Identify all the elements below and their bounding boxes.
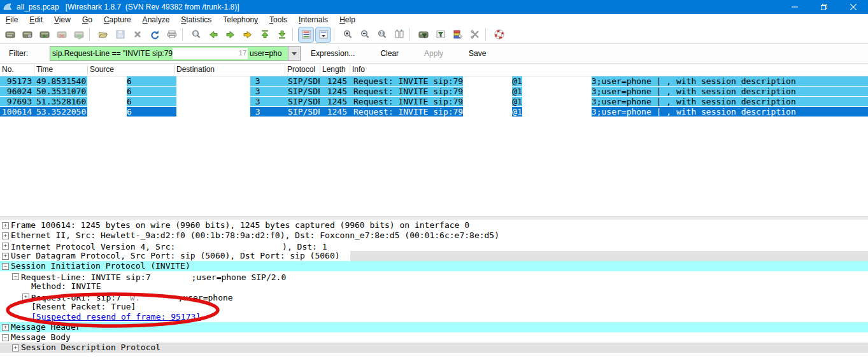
detail-row[interactable]: +Request-URI: sip:7w.;user=phone — [0, 292, 868, 302]
column-header-protocol[interactable]: Protocol — [287, 65, 315, 74]
filter-input[interactable]: sip.Request-Line == "INVITE sip:79 17 us… — [50, 46, 301, 61]
display-filter-icon[interactable] — [433, 27, 448, 42]
resize-columns-icon[interactable] — [392, 27, 406, 42]
close-icon[interactable] — [839, 0, 868, 14]
menu-item-capture[interactable]: Capture — [98, 14, 137, 25]
menu-item-go[interactable]: Go — [76, 14, 98, 25]
detail-row[interactable]: −Message Body — [0, 332, 868, 343]
capture-filter-icon[interactable] — [416, 27, 430, 42]
column-separator[interactable] — [174, 65, 175, 74]
minimize-button[interactable] — [780, 0, 809, 14]
reload-icon[interactable] — [147, 27, 162, 42]
detail-row[interactable]: +Frame 100614: 1245 bytes on wire (9960 … — [0, 220, 868, 230]
detail-row[interactable]: −Request-Line: INVITE sip:7;user=phone S… — [0, 271, 868, 281]
close-file-icon[interactable] — [130, 27, 145, 42]
detail-text: [Resent Packet: True] — [31, 302, 136, 312]
expression-button[interactable]: Expression... — [311, 49, 355, 58]
preferences-icon[interactable] — [467, 27, 482, 42]
redaction-gap — [180, 241, 282, 250]
expand-icon[interactable]: + — [2, 253, 9, 260]
coloring-rules-icon[interactable] — [450, 27, 465, 42]
go-forward-icon[interactable] — [223, 27, 238, 42]
find-icon[interactable] — [189, 27, 203, 42]
menu-item-internals[interactable]: Internals — [293, 14, 334, 25]
packet-info: Request: INVITE sip:79@13;user=phone | ,… — [353, 87, 867, 96]
packet-row-100614[interactable]: 10061453.35220506 3SIP/SDP1245Request: I… — [0, 107, 868, 117]
zoom-in-icon[interactable] — [340, 27, 355, 42]
menu-item-file[interactable]: File — [0, 14, 24, 25]
menu-item-analyze[interactable]: Analyze — [137, 14, 176, 25]
packet-no: 95173 — [0, 76, 32, 86]
column-header-no[interactable]: No. — [2, 65, 14, 74]
menu-item-tools[interactable]: Tools — [264, 14, 293, 25]
column-header-time[interactable]: Time — [36, 65, 53, 74]
column-header-length[interactable]: Length — [322, 65, 346, 74]
menu-item-edit[interactable]: Edit — [24, 14, 48, 25]
expand-icon[interactable]: + — [22, 294, 29, 301]
column-separator[interactable] — [285, 65, 285, 74]
expand-icon[interactable]: + — [2, 324, 9, 331]
capture-interfaces-icon[interactable] — [3, 27, 17, 42]
packet-row-96024[interactable]: 9602450.35310706 3SIP/SDP1245Request: IN… — [0, 87, 868, 96]
column-header-info[interactable]: Info — [352, 65, 365, 74]
goto-bottom-icon[interactable] — [274, 27, 289, 42]
column-separator[interactable] — [350, 65, 350, 74]
expand-icon[interactable]: + — [2, 243, 9, 250]
capture-options-icon[interactable] — [20, 27, 34, 42]
collapse-icon[interactable]: − — [2, 334, 9, 341]
suspected-resend-link[interactable]: [Suspected resend of frame: 95173] — [31, 312, 201, 322]
detail-row[interactable]: [Resent Packet: True] — [0, 302, 868, 312]
clear-button[interactable]: Clear — [380, 49, 399, 58]
detail-row[interactable]: +Ethernet II, Src: Hewlett-_9a:d2:f0 (00… — [0, 230, 868, 241]
expand-icon[interactable]: + — [12, 344, 19, 351]
column-header-source[interactable]: Source — [90, 65, 114, 74]
packet-protocol: SIP/SDP — [288, 107, 320, 117]
autoscroll-icon[interactable] — [316, 27, 331, 42]
colorize-icon[interactable] — [299, 27, 313, 42]
redaction-box: 17 — [173, 48, 248, 59]
help-icon[interactable] — [492, 27, 506, 42]
packet-destination: 3 — [176, 76, 283, 86]
column-separator[interactable] — [34, 65, 34, 74]
detail-row[interactable]: −Session Initiation Protocol (INVITE) — [0, 261, 868, 271]
collapse-icon[interactable]: − — [2, 263, 9, 270]
detail-row[interactable]: [Suspected resend of frame: 95173] — [0, 312, 868, 322]
packet-row-95173[interactable]: 9517349.85315406 3SIP/SDP1245Request: IN… — [0, 76, 868, 86]
zoom-out-icon[interactable] — [357, 27, 372, 42]
packet-row-97693[interactable]: 9769351.35281606 3SIP/SDP1245Request: IN… — [0, 97, 868, 106]
detail-row[interactable]: +Message Header — [0, 322, 868, 332]
menu-item-help[interactable]: Help — [334, 14, 361, 25]
capture-start-icon[interactable] — [37, 27, 52, 42]
redaction-box — [87, 97, 127, 106]
restore-button[interactable] — [809, 0, 839, 14]
goto-top-icon[interactable] — [257, 27, 272, 42]
toolbar-separator — [89, 28, 90, 41]
column-separator[interactable] — [320, 65, 320, 74]
expand-icon[interactable]: + — [2, 222, 9, 229]
goto-packet-icon[interactable] — [240, 27, 255, 42]
redaction-box — [176, 97, 250, 106]
packet-time: 53.3522050 — [36, 107, 87, 117]
menu-item-view[interactable]: View — [48, 14, 76, 25]
wireshark-window: all_pss.pcap [Wireshark 1.8.7 (SVN Rev 4… — [0, 0, 868, 361]
toolbar-separator — [334, 28, 334, 41]
menu-item-telephony[interactable]: Telephony — [217, 14, 264, 25]
detail-row[interactable]: +Session Description Protocol — [0, 343, 868, 353]
expand-icon[interactable]: + — [2, 232, 9, 239]
detail-row[interactable]: +Internet Protocol Version 4, Src: ), Ds… — [0, 241, 868, 251]
menu-bar: FileEditViewGoCaptureAnalyzeStatisticsTe… — [0, 14, 868, 26]
print-icon[interactable] — [164, 27, 179, 42]
open-file-icon[interactable] — [96, 27, 110, 42]
zoom-100-icon[interactable]: 1:1 — [374, 27, 389, 42]
save-button[interactable]: Save — [469, 49, 486, 58]
collapse-icon[interactable]: − — [12, 273, 19, 280]
detail-row[interactable]: +User Datagram Protocol, Src Port: sip (… — [0, 251, 868, 261]
column-header-destination[interactable]: Destination — [176, 65, 215, 74]
apply-button[interactable]: Apply — [424, 49, 443, 58]
menu-item-statistics[interactable]: Statistics — [175, 14, 217, 25]
detail-row[interactable]: Method: INVITE — [0, 281, 868, 292]
column-separator[interactable] — [87, 65, 88, 74]
filter-dropdown-button[interactable] — [288, 46, 300, 60]
go-back-icon[interactable] — [206, 27, 220, 42]
redaction-box — [176, 107, 250, 120]
